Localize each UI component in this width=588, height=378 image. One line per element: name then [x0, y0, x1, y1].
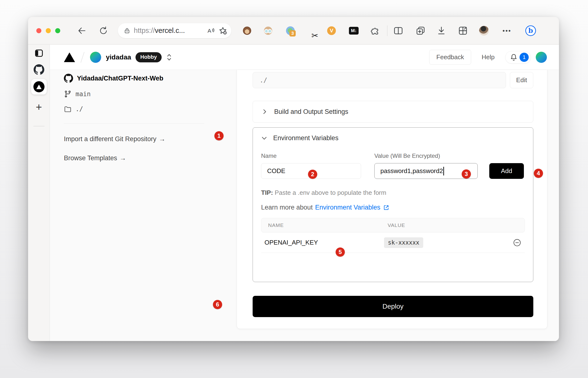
downloads-icon[interactable]: [436, 26, 446, 36]
env-row-name: OPENAI_API_KEY: [264, 239, 384, 246]
panel-divider: [64, 123, 204, 124]
help-link[interactable]: Help: [482, 54, 495, 61]
env-tip-text: TIP: Paste a .env above to populate the …: [261, 189, 525, 197]
env-table-row: OPENAI_API_KEY sk-xxxxxx: [261, 232, 525, 253]
env-docs-link[interactable]: Environment Variables: [315, 204, 380, 211]
notifications-button[interactable]: 1: [505, 51, 531, 64]
annotation-badge-4: 4: [534, 169, 543, 178]
external-link-icon[interactable]: [383, 204, 389, 211]
chevron-down-icon: [261, 135, 267, 141]
vercel-body: Yidadaa/ChatGPT-Next-Web main ./ Import …: [50, 70, 559, 341]
zoom-window-button[interactable]: [55, 28, 60, 33]
deploy-button[interactable]: Deploy: [253, 296, 533, 317]
refresh-button[interactable]: [99, 26, 108, 36]
desktop-background: https://vercel.c... A 3 ✂ V M↓: [0, 0, 588, 378]
sidebar-divider: [33, 126, 44, 126]
extension-count-badge: 3: [289, 30, 296, 37]
chevron-right-icon: [262, 108, 268, 115]
breadcrumb-slash: [81, 52, 85, 62]
notification-count-badge: 1: [519, 53, 529, 62]
url-text: https://vercel.c...: [134, 27, 185, 35]
root-directory-input[interactable]: ./: [253, 72, 506, 88]
back-button[interactable]: [77, 26, 87, 36]
tab-panel-icon[interactable]: [34, 48, 44, 58]
environment-variables-section: Environment Variables Name Value (Will B…: [253, 127, 533, 282]
extensions-puzzle-icon[interactable]: [371, 26, 380, 36]
split-screen-icon[interactable]: [393, 26, 403, 36]
text-cursor: [443, 167, 444, 176]
apps-launcher-icon[interactable]: [458, 26, 468, 36]
browser-profile-avatar[interactable]: [479, 26, 489, 36]
env-value-label: Value (Will Be Encrypted): [374, 152, 478, 159]
browse-templates-link[interactable]: Browse Templates→: [64, 154, 224, 162]
new-tab-button[interactable]: +: [36, 102, 42, 112]
build-section-title: Build and Output Settings: [274, 108, 348, 116]
github-tab-icon[interactable]: [34, 64, 44, 75]
annotation-badge-2: 2: [308, 170, 317, 179]
vercel-favicon: [33, 81, 44, 92]
vercel-logo[interactable]: [64, 53, 75, 62]
root-directory: ./: [75, 105, 83, 113]
git-branch-icon: [64, 90, 72, 98]
vercel-tab-active[interactable]: [31, 79, 47, 94]
build-output-settings-section[interactable]: Build and Output Settings: [253, 101, 533, 122]
edit-root-button[interactable]: Edit: [510, 72, 533, 88]
browser-sidebar: +: [28, 45, 50, 341]
env-value-input[interactable]: password1,password2: [374, 163, 478, 179]
repo-name: Yidadaa/ChatGPT-Next-Web: [77, 75, 163, 82]
close-window-button[interactable]: [36, 28, 41, 33]
env-section-title: Environment Variables: [273, 134, 339, 142]
add-env-var-button[interactable]: Add: [489, 163, 524, 179]
avatar-extension-icon[interactable]: [264, 27, 272, 35]
github-icon: [64, 74, 73, 83]
team-avatar[interactable]: [90, 52, 101, 63]
read-aloud-icon[interactable]: A: [207, 27, 215, 35]
team-switcher-icon[interactable]: [166, 53, 172, 61]
env-col-name: NAME: [268, 222, 388, 228]
plan-badge: Hobby: [135, 52, 162, 62]
import-summary-panel: Yidadaa/ChatGPT-Next-Web main ./ Import …: [64, 70, 224, 162]
import-different-repo-link[interactable]: Import a different Git Repository→: [64, 135, 224, 143]
team-name[interactable]: yidadaa: [106, 54, 131, 61]
bing-chat-icon[interactable]: b: [525, 25, 536, 36]
toolbar-divider: [387, 25, 387, 36]
bell-icon: [509, 53, 518, 62]
window-controls: [36, 28, 60, 33]
folder-icon: [64, 105, 72, 113]
minimize-window-button[interactable]: [46, 28, 51, 33]
env-row-value: sk-xxxxxx: [384, 237, 423, 248]
annotation-badge-1: 1: [215, 131, 224, 140]
monkey-extension-icon[interactable]: [243, 27, 251, 35]
svg-text:A: A: [208, 27, 212, 34]
env-name-label: Name: [261, 152, 361, 159]
remove-env-var-button[interactable]: [513, 238, 521, 247]
feedback-button[interactable]: Feedback: [429, 50, 471, 65]
annotation-badge-6: 6: [213, 300, 222, 309]
add-favorite-icon[interactable]: [218, 26, 228, 35]
vercel-header: yidadaa Hobby Feedback Help 1: [50, 45, 559, 70]
address-bar[interactable]: https://vercel.c... A: [118, 23, 231, 38]
env-col-value: VALUE: [388, 222, 405, 228]
user-avatar[interactable]: [536, 52, 547, 63]
branch-name: main: [75, 90, 91, 98]
lock-icon: [124, 27, 130, 34]
annotation-badge-5: 5: [336, 247, 345, 257]
vercel-page: yidadaa Hobby Feedback Help 1: [50, 45, 559, 341]
annotation-badge-3: 3: [462, 169, 471, 179]
configure-project-card: ./ Edit Build and Output Settings Enviro…: [237, 70, 547, 329]
collections-icon[interactable]: [416, 26, 426, 36]
v-extension-icon[interactable]: V: [327, 26, 336, 35]
env-section-header[interactable]: Environment Variables: [261, 134, 525, 142]
env-table-header: NAME VALUE: [261, 218, 525, 232]
browser-toolbar: https://vercel.c... A 3 ✂ V M↓: [28, 17, 559, 44]
browser-window: https://vercel.c... A 3 ✂ V M↓: [28, 17, 559, 341]
arrow-icon: →: [119, 154, 126, 162]
env-learn-more: Learn more about Environment Variables: [261, 204, 525, 211]
arrow-icon: →: [159, 135, 165, 143]
badged-extension-icon[interactable]: 3: [286, 26, 295, 35]
browser-menu-button[interactable]: •••: [502, 27, 511, 34]
markdown-extension-icon[interactable]: M↓: [349, 27, 359, 35]
scissors-extension-icon[interactable]: ✂: [311, 31, 318, 40]
